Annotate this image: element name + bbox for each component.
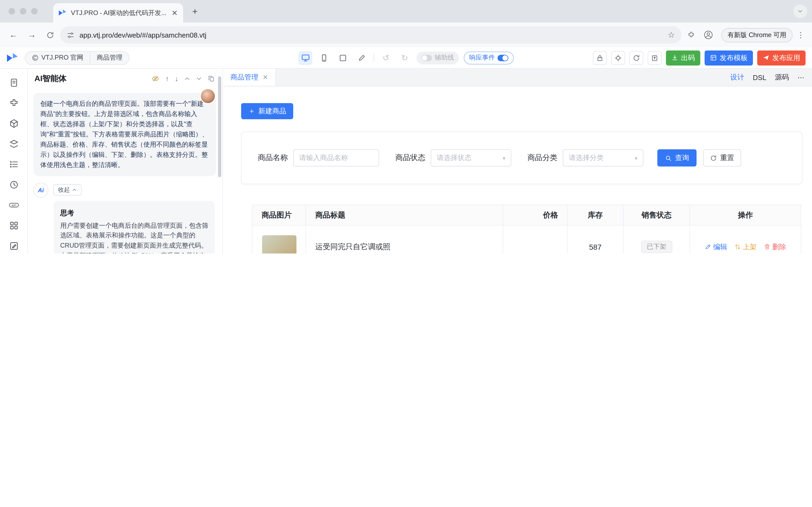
extensions-icon[interactable] (683, 27, 698, 43)
status-filter-label: 商品状态 (395, 153, 425, 163)
refresh-icon[interactable] (629, 51, 643, 65)
guides-switch[interactable] (421, 55, 432, 61)
pages-icon[interactable] (5, 74, 22, 91)
more-options-icon[interactable]: ⋯ (798, 73, 805, 81)
collapse-all-icon[interactable] (184, 76, 190, 81)
col-header-status: 销售状态 (624, 205, 690, 226)
api-icon[interactable]: API (5, 196, 22, 214)
official-site-link[interactable]: VTJ.PRO 官网 (25, 51, 90, 64)
tab-close-icon[interactable]: ✕ (172, 9, 178, 17)
page-tab-close-icon[interactable]: ✕ (263, 73, 268, 81)
publish-template-label: 发布模板 (719, 53, 748, 63)
window-controls[interactable] (9, 8, 38, 14)
search-button[interactable]: 查询 (657, 149, 697, 167)
scroll-top-icon[interactable]: ↑ (165, 75, 169, 83)
ai-panel-header: AI智能体 ↑ ↓ (28, 69, 222, 87)
back-icon[interactable]: ← (5, 27, 21, 43)
publish-app-button[interactable]: 发布应用 (757, 50, 806, 65)
copy-conversation-icon[interactable] (208, 75, 215, 82)
tablet-view-icon[interactable] (336, 51, 350, 65)
desktop-view-icon[interactable] (298, 51, 312, 65)
current-app-chip[interactable]: 商品管理 (90, 51, 129, 64)
hide-panel-icon[interactable] (152, 75, 160, 83)
publish-template-button[interactable]: 发布模板 (705, 50, 753, 65)
outline-icon[interactable] (5, 156, 22, 173)
status-badge: 已下架 (641, 240, 672, 253)
status-filter-select[interactable]: 请选择状态 ▾ (431, 149, 511, 167)
product-table: 商品图片 商品标题 价格 库存 销售状态 操作 运受同完只自它调或照 587 已… (252, 205, 801, 253)
plus-icon: ＋ (248, 106, 255, 116)
delete-action-link[interactable]: 删除 (764, 242, 786, 251)
table-header-row: 商品图片 商品标题 价格 库存 销售状态 操作 (252, 205, 801, 226)
capture-icon[interactable] (611, 51, 625, 65)
row-actions-cell: 编辑 上架 删除 (690, 226, 801, 253)
toggle-shelf-action-label: 上架 (743, 242, 757, 251)
profile-avatar-icon[interactable] (701, 27, 715, 43)
category-filter-select[interactable]: 请选择分类 ▾ (563, 149, 643, 167)
events-toggle[interactable]: 响应事件 (464, 51, 514, 64)
redo-icon[interactable]: ↻ (398, 51, 412, 65)
think-text: 用户需要创建一个电商后台的商品管理页面，包含筛选区域、表格展示和操作功能。这是一… (60, 221, 209, 253)
blocks-icon[interactable] (5, 115, 22, 132)
view-mode-switch: 设计 DSL 源码 ⋯ (730, 69, 812, 86)
url-text: app.vtj.pro/dev/web/#/app/samchen08.vtj (79, 31, 207, 39)
scroll-bottom-icon[interactable]: ↓ (175, 75, 178, 83)
edit-pencil-icon[interactable] (355, 51, 369, 65)
undo-icon[interactable]: ↺ (379, 51, 393, 65)
toggle-shelf-action-link[interactable]: 上架 (734, 242, 757, 251)
export-icon[interactable] (648, 51, 661, 65)
history-icon[interactable] (5, 176, 22, 193)
delete-action-label: 删除 (772, 242, 786, 251)
events-switch[interactable] (498, 55, 508, 61)
name-filter-input[interactable]: 请输入商品名称 (293, 149, 379, 167)
collapse-message-button[interactable]: 收起 (53, 184, 81, 195)
mode-design[interactable]: 设计 (730, 72, 744, 82)
edit-action-link[interactable]: 编辑 (705, 242, 727, 251)
page-tab[interactable]: 商品管理 ✕ (223, 69, 276, 86)
minimize-window-button[interactable] (20, 8, 26, 14)
think-title: 思考 (60, 208, 209, 218)
browser-tab[interactable]: VTJ.PRO - AI驱动的低代码开发... ✕ (53, 3, 183, 22)
official-site-label: VTJ.PRO 官网 (41, 53, 83, 62)
forward-icon[interactable]: → (23, 27, 40, 43)
panel-scrollbar[interactable] (218, 76, 221, 177)
user-message-avatar (200, 88, 216, 104)
mobile-view-icon[interactable] (317, 51, 331, 65)
expand-all-icon[interactable] (196, 76, 202, 81)
plugins-icon[interactable] (5, 95, 22, 112)
svg-text:API: API (11, 204, 16, 207)
components-icon[interactable] (5, 135, 22, 153)
divider (373, 53, 374, 62)
edit-action-label: 编辑 (713, 242, 727, 251)
reset-button[interactable]: 重置 (703, 149, 741, 167)
close-window-button[interactable] (9, 8, 15, 14)
product-price (503, 226, 568, 253)
address-bar[interactable]: app.vtj.pro/dev/web/#/app/samchen08.vtj … (60, 26, 681, 44)
mode-dsl[interactable]: DSL (753, 73, 766, 81)
browser-menu-icon[interactable]: ⋮ (795, 31, 807, 39)
chrome-update-button[interactable]: 有新版 Chrome 可用 (721, 27, 793, 42)
col-header-stock: 库存 (568, 205, 624, 226)
tab-search-chevron-icon[interactable] (793, 4, 807, 18)
document-tabbar: 商品管理 ✕ 设计 DSL 源码 ⋯ (223, 69, 812, 87)
mode-source[interactable]: 源码 (775, 72, 789, 82)
product-thumbnail[interactable] (262, 235, 296, 253)
header-actions: 出码 发布模板 发布应用 (593, 50, 806, 65)
lock-icon[interactable] (593, 51, 607, 65)
apps-icon[interactable] (5, 217, 22, 234)
bookmark-star-icon[interactable]: ☆ (668, 30, 675, 40)
guides-toggle[interactable]: 辅助线 (416, 51, 459, 64)
browser-toolbar: ← → app.vtj.pro/dev/web/#/app/samchen08.… (0, 22, 812, 47)
user-message: 创建一个电商后台的商品管理页面。顶部需要有一个"新建商品"的主要按钮。上方是筛选… (33, 93, 216, 176)
new-tab-button[interactable]: + (188, 5, 202, 19)
left-icon-rail: API En ENV Ai (0, 69, 28, 253)
reload-icon[interactable] (42, 27, 58, 43)
generate-code-button[interactable]: 出码 (666, 50, 700, 65)
chevron-down-icon: ▾ (503, 155, 505, 161)
maximize-window-button[interactable] (31, 8, 38, 14)
form-icon[interactable] (5, 237, 22, 253)
site-settings-icon[interactable] (67, 31, 75, 39)
page-tab-label: 商品管理 (230, 72, 258, 82)
publish-app-label: 发布应用 (772, 53, 800, 63)
new-product-button[interactable]: ＋ 新建商品 (241, 103, 293, 119)
